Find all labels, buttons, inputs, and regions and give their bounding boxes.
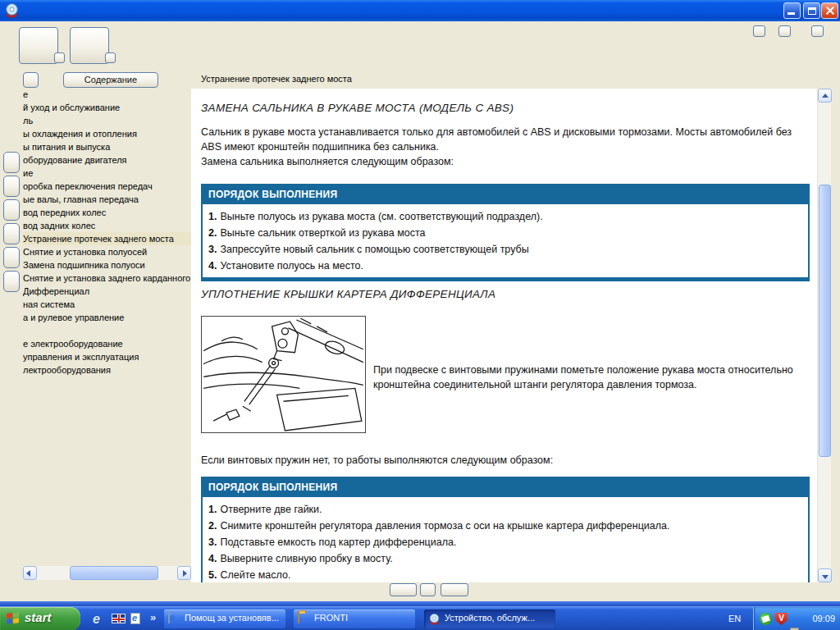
procedure-box-header: ПОРЯДОК ВЫПОЛНЕНИЯ xyxy=(203,478,808,497)
toolbar-option-button-1[interactable] xyxy=(753,25,765,37)
minimize-button[interactable] xyxy=(783,2,801,19)
toc-item[interactable]: оробка переключения передач xyxy=(23,180,191,193)
antivirus-shield-icon[interactable]: V xyxy=(775,613,788,625)
app-icon xyxy=(428,613,441,625)
flag-graphic xyxy=(112,614,126,623)
screen: Содержание Устранение протечек заднего м… xyxy=(0,0,840,630)
toc-item[interactable]: управления и эксплуатация xyxy=(23,350,191,363)
taskbar-item-label: FRONTI xyxy=(314,613,348,623)
taskbar-item-label: Помощ за установяв... xyxy=(185,613,279,623)
toc-item[interactable]: Замена подшипника полуоси xyxy=(23,258,191,272)
uk-flag-icon[interactable] xyxy=(112,612,126,626)
toolbar-option-button-2[interactable] xyxy=(778,25,791,37)
contents-button[interactable]: Содержание xyxy=(63,72,158,88)
step-text: Выньте полуось из рукава моста (см. соот… xyxy=(220,211,542,222)
arrow-right-icon xyxy=(183,570,187,577)
shield-glyph: V xyxy=(778,614,784,623)
toc-item[interactable]: ы охлаждения и отопления xyxy=(23,127,191,140)
toc-item[interactable]: Снятие и установка полуосей xyxy=(23,245,191,258)
procedure-box-2: ПОРЯДОК ВЫПОЛНЕНИЯ 1.Отверните две гайки… xyxy=(201,477,810,582)
folder-icon xyxy=(298,613,310,625)
step-text: Снимите кронштейн регулятора давления то… xyxy=(220,520,669,532)
toc-item[interactable]: лектрооборудования xyxy=(23,363,191,377)
side-tool-button-2[interactable] xyxy=(3,176,20,197)
procedure-step: 4.Установите полуось на место. xyxy=(208,258,801,274)
section-title: ЗАМЕНА САЛЬНИКА В РУКАВЕ МОСТА (МОДЕЛЬ С… xyxy=(201,102,514,114)
paragraph-text: Сальник в рукаве моста устанавливается т… xyxy=(201,125,810,154)
toc-item[interactable]: вод задних колес xyxy=(23,219,191,232)
toolbar-button-2[interactable] xyxy=(70,27,109,64)
toc-item[interactable]: оборудование двигателя xyxy=(23,153,191,167)
internet-explorer-icon[interactable]: e xyxy=(93,612,107,626)
arrow-down-icon xyxy=(822,575,829,579)
toc-horizontal-scrollbar[interactable] xyxy=(23,566,191,580)
side-tool-button-6[interactable] xyxy=(3,271,20,292)
procedure-step: 2.Выньте сальник отверткой из рукава мос… xyxy=(208,225,801,241)
scroll-up-button[interactable] xyxy=(818,89,832,103)
toc-item[interactable]: й уход и обслуживание xyxy=(23,101,191,114)
toc-scrollbar-thumb[interactable] xyxy=(70,566,158,580)
toc-item[interactable]: Дифференциал xyxy=(23,285,191,298)
windows-logo-icon xyxy=(7,612,20,626)
bottom-nav-button-1[interactable] xyxy=(390,583,417,596)
start-label: start xyxy=(25,610,52,624)
toolbar-button-1[interactable] xyxy=(19,27,58,64)
toc-item[interactable]: а и рулевое управление xyxy=(23,311,191,324)
toc-item-selected[interactable]: Устранение протечек заднего моста xyxy=(23,232,191,245)
procedure-step: 1.Выньте полуось из рукава моста (см. со… xyxy=(208,208,801,225)
paragraph: Сальник в рукаве моста устанавливается т… xyxy=(201,125,810,169)
ie-document-icon[interactable]: e xyxy=(130,612,144,626)
scroll-left-button[interactable] xyxy=(23,566,37,580)
toc-item[interactable]: Снятие и установка заднего карданного xyxy=(23,272,191,285)
arrow-up-icon xyxy=(822,94,829,98)
toc-toggle-button[interactable] xyxy=(23,72,39,88)
toolbar-button-2-dropdown[interactable] xyxy=(105,52,116,63)
toc-item[interactable]: ы питания и выпуска xyxy=(23,140,191,153)
toc-item[interactable]: е xyxy=(23,88,191,101)
side-tool-button-5[interactable] xyxy=(3,247,20,268)
side-tool-button-4[interactable] xyxy=(3,223,20,244)
content-scrollbar-thumb[interactable] xyxy=(819,185,831,457)
taskbar-item-help[interactable]: e Помощ за установяв... xyxy=(164,609,285,628)
scroll-right-button[interactable] xyxy=(177,566,191,580)
bottom-nav-button-3[interactable] xyxy=(441,583,468,596)
content-pane: ЗАМЕНА САЛЬНИКА В РУКАВЕ МОСТА (МОДЕЛЬ С… xyxy=(191,89,817,582)
toc-item[interactable]: ие xyxy=(23,167,191,180)
toc-item[interactable]: ые валы, главная передача xyxy=(23,193,191,206)
start-button[interactable]: start xyxy=(0,607,80,630)
toc-item[interactable]: е электрооборудование xyxy=(23,337,191,350)
step-text: Выверните сливную пробку в мосту. xyxy=(220,553,392,564)
toc-item[interactable]: вод передних колес xyxy=(23,206,191,219)
bottom-nav-button-2[interactable] xyxy=(420,583,436,596)
content-vertical-scrollbar[interactable] xyxy=(817,89,831,582)
restore-button[interactable] xyxy=(803,2,820,19)
taskbar: start e e » e Помощ за установяв... FRON… xyxy=(0,606,840,630)
quick-launch-overflow-chevron[interactable]: » xyxy=(150,611,156,623)
side-tool-button-3[interactable] xyxy=(3,199,20,221)
scroll-down-button[interactable] xyxy=(818,568,832,582)
step-number: 4. xyxy=(208,260,217,272)
restore-icon xyxy=(808,7,816,15)
tray-messenger-icon[interactable] xyxy=(760,613,772,625)
step-number: 5. xyxy=(208,569,217,581)
step-number: 3. xyxy=(208,244,217,255)
taskbar-item-manual-active[interactable]: Устройство, обслуж... xyxy=(424,609,555,628)
technical-illustration xyxy=(201,316,366,433)
close-button[interactable] xyxy=(821,2,838,19)
toolbar-option-button-3[interactable] xyxy=(811,25,824,37)
procedure-step: 5.Слейте масло. xyxy=(208,567,801,582)
step-number: 1. xyxy=(208,211,217,222)
tray-network-icon[interactable] xyxy=(789,625,801,630)
topic-title: Устранение протечек заднего моста xyxy=(201,74,352,84)
toc-item[interactable]: ная система xyxy=(23,298,191,311)
procedure-steps: 1.Выньте полуось из рукава моста (см. со… xyxy=(203,204,808,277)
toc-item[interactable]: ль xyxy=(23,114,191,127)
toolbar-button-1-dropdown[interactable] xyxy=(54,52,65,63)
arrow-left-icon xyxy=(26,570,30,577)
step-number: 1. xyxy=(208,504,217,515)
taskbar-item-fronti[interactable]: FRONTI xyxy=(294,609,415,628)
procedure-box-header: ПОРЯДОК ВЫПОЛНЕНИЯ xyxy=(203,185,808,204)
language-indicator[interactable]: EN xyxy=(728,614,741,623)
side-tool-button-1[interactable] xyxy=(3,152,20,173)
minimize-icon xyxy=(788,12,795,15)
